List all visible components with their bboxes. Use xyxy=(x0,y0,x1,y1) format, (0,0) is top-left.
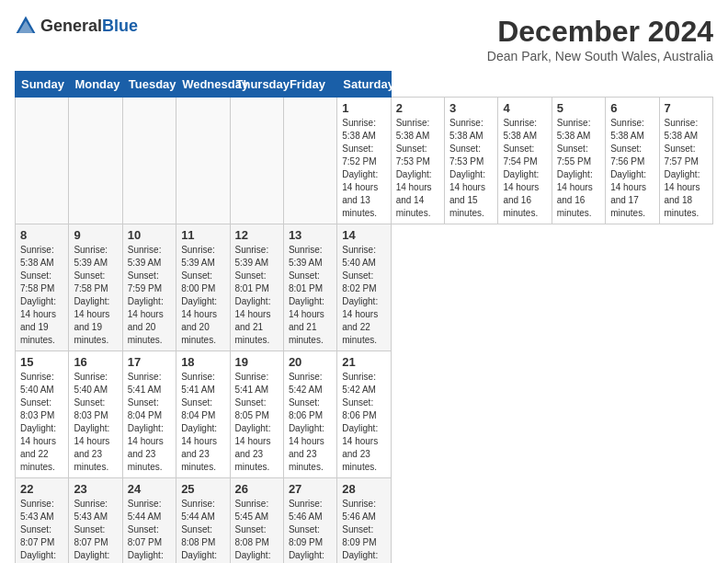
day-number: 24 xyxy=(128,482,171,496)
day-info: Sunrise: 5:44 AMSunset: 8:07 PMDaylight:… xyxy=(128,498,171,563)
table-row: 26Sunrise: 5:45 AMSunset: 8:08 PMDayligh… xyxy=(230,478,283,564)
table-row: 10Sunrise: 5:39 AMSunset: 7:59 PMDayligh… xyxy=(122,224,176,351)
day-number: 28 xyxy=(342,482,385,496)
table-row: 24Sunrise: 5:44 AMSunset: 8:07 PMDayligh… xyxy=(122,478,176,564)
day-info: Sunrise: 5:39 AMSunset: 7:58 PMDaylight:… xyxy=(74,244,117,347)
day-number: 8 xyxy=(20,228,63,242)
day-info: Sunrise: 5:40 AMSunset: 8:02 PMDaylight:… xyxy=(342,244,385,347)
day-info: Sunrise: 5:39 AMSunset: 8:01 PMDaylight:… xyxy=(289,244,332,347)
logo-icon xyxy=(15,15,37,37)
day-info: Sunrise: 5:46 AMSunset: 8:09 PMDaylight:… xyxy=(342,498,385,563)
month-title: December 2024 xyxy=(487,15,713,49)
table-row: 2Sunrise: 5:38 AMSunset: 7:53 PMDaylight… xyxy=(391,98,444,224)
day-number: 20 xyxy=(289,355,332,369)
table-row: 27Sunrise: 5:46 AMSunset: 8:09 PMDayligh… xyxy=(283,478,336,564)
day-number: 5 xyxy=(557,101,600,115)
table-row: 21Sunrise: 5:42 AMSunset: 8:06 PMDayligh… xyxy=(337,351,391,478)
table-row: 12Sunrise: 5:39 AMSunset: 8:01 PMDayligh… xyxy=(230,224,283,351)
day-info: Sunrise: 5:38 AMSunset: 7:57 PMDaylight:… xyxy=(665,117,709,220)
day-info: Sunrise: 5:46 AMSunset: 8:09 PMDaylight:… xyxy=(289,498,332,563)
day-number: 17 xyxy=(128,355,171,369)
day-info: Sunrise: 5:41 AMSunset: 8:05 PMDaylight:… xyxy=(235,371,279,474)
day-info: Sunrise: 5:40 AMSunset: 8:03 PMDaylight:… xyxy=(20,371,63,474)
day-number: 19 xyxy=(235,355,279,369)
day-info: Sunrise: 5:43 AMSunset: 8:07 PMDaylight:… xyxy=(74,498,117,563)
day-info: Sunrise: 5:45 AMSunset: 8:08 PMDaylight:… xyxy=(235,498,279,563)
table-row: 16Sunrise: 5:40 AMSunset: 8:03 PMDayligh… xyxy=(69,351,122,478)
day-number: 27 xyxy=(289,482,332,496)
col-friday: Friday xyxy=(283,72,336,98)
table-row xyxy=(122,98,176,224)
day-number: 4 xyxy=(503,101,546,115)
day-number: 1 xyxy=(342,101,385,115)
day-number: 15 xyxy=(20,355,63,369)
day-number: 23 xyxy=(74,482,117,496)
table-row: 15Sunrise: 5:40 AMSunset: 8:03 PMDayligh… xyxy=(16,351,69,478)
day-info: Sunrise: 5:43 AMSunset: 8:07 PMDaylight:… xyxy=(20,498,63,563)
col-sunday: Sunday xyxy=(16,72,69,98)
calendar-row: 22Sunrise: 5:43 AMSunset: 8:07 PMDayligh… xyxy=(16,478,713,564)
col-wednesday: Wednesday xyxy=(176,72,230,98)
day-number: 14 xyxy=(342,228,385,242)
col-saturday: Saturday xyxy=(337,72,391,98)
table-row: 11Sunrise: 5:39 AMSunset: 8:00 PMDayligh… xyxy=(176,224,230,351)
table-row: 13Sunrise: 5:39 AMSunset: 8:01 PMDayligh… xyxy=(283,224,336,351)
calendar-table: Sunday Monday Tuesday Wednesday Thursday… xyxy=(15,71,713,563)
table-row: 25Sunrise: 5:44 AMSunset: 8:08 PMDayligh… xyxy=(176,478,230,564)
day-number: 10 xyxy=(128,228,171,242)
table-row: 19Sunrise: 5:41 AMSunset: 8:05 PMDayligh… xyxy=(230,351,283,478)
table-row xyxy=(176,98,230,224)
table-row: 23Sunrise: 5:43 AMSunset: 8:07 PMDayligh… xyxy=(69,478,122,564)
table-row: 18Sunrise: 5:41 AMSunset: 8:04 PMDayligh… xyxy=(176,351,230,478)
table-row: 17Sunrise: 5:41 AMSunset: 8:04 PMDayligh… xyxy=(122,351,176,478)
table-row: 20Sunrise: 5:42 AMSunset: 8:06 PMDayligh… xyxy=(283,351,336,478)
day-number: 25 xyxy=(181,482,224,496)
day-info: Sunrise: 5:41 AMSunset: 8:04 PMDaylight:… xyxy=(181,371,224,474)
day-info: Sunrise: 5:39 AMSunset: 7:59 PMDaylight:… xyxy=(128,244,171,347)
day-number: 16 xyxy=(74,355,117,369)
col-thursday: Thursday xyxy=(230,72,283,98)
col-monday: Monday xyxy=(69,72,122,98)
table-row: 14Sunrise: 5:40 AMSunset: 8:02 PMDayligh… xyxy=(337,224,391,351)
title-area: December 2024 Dean Park, New South Wales… xyxy=(487,15,713,63)
day-number: 9 xyxy=(74,228,117,242)
table-row: 6Sunrise: 5:38 AMSunset: 7:56 PMDaylight… xyxy=(606,98,659,224)
table-row: 1Sunrise: 5:38 AMSunset: 7:52 PMDaylight… xyxy=(337,98,391,224)
day-number: 2 xyxy=(396,101,439,115)
table-row xyxy=(230,98,283,224)
table-row: 7Sunrise: 5:38 AMSunset: 7:57 PMDaylight… xyxy=(659,98,713,224)
page-header: GeneralBlue December 2024 Dean Park, New… xyxy=(15,15,713,63)
day-info: Sunrise: 5:38 AMSunset: 7:53 PMDaylight:… xyxy=(396,117,439,220)
table-row: 8Sunrise: 5:38 AMSunset: 7:58 PMDaylight… xyxy=(16,224,69,351)
day-number: 22 xyxy=(20,482,63,496)
day-number: 6 xyxy=(610,101,654,115)
day-number: 3 xyxy=(449,101,493,115)
day-number: 12 xyxy=(235,228,279,242)
table-row: 22Sunrise: 5:43 AMSunset: 8:07 PMDayligh… xyxy=(16,478,69,564)
calendar-row: 15Sunrise: 5:40 AMSunset: 8:03 PMDayligh… xyxy=(16,351,713,478)
calendar-row: 1Sunrise: 5:38 AMSunset: 7:52 PMDaylight… xyxy=(16,98,713,224)
day-info: Sunrise: 5:38 AMSunset: 7:54 PMDaylight:… xyxy=(503,117,546,220)
logo: GeneralBlue xyxy=(15,15,138,37)
day-info: Sunrise: 5:38 AMSunset: 7:56 PMDaylight:… xyxy=(610,117,654,220)
location-title: Dean Park, New South Wales, Australia xyxy=(487,49,713,63)
calendar-row: 8Sunrise: 5:38 AMSunset: 7:58 PMDaylight… xyxy=(16,224,713,351)
table-row: 28Sunrise: 5:46 AMSunset: 8:09 PMDayligh… xyxy=(337,478,391,564)
day-number: 18 xyxy=(181,355,224,369)
table-row: 9Sunrise: 5:39 AMSunset: 7:58 PMDaylight… xyxy=(69,224,122,351)
day-info: Sunrise: 5:42 AMSunset: 8:06 PMDaylight:… xyxy=(342,371,385,474)
day-info: Sunrise: 5:38 AMSunset: 7:55 PMDaylight:… xyxy=(557,117,600,220)
day-number: 21 xyxy=(342,355,385,369)
day-number: 11 xyxy=(181,228,224,242)
day-info: Sunrise: 5:40 AMSunset: 8:03 PMDaylight:… xyxy=(74,371,117,474)
day-info: Sunrise: 5:39 AMSunset: 8:00 PMDaylight:… xyxy=(181,244,224,347)
col-tuesday: Tuesday xyxy=(122,72,176,98)
day-number: 13 xyxy=(289,228,332,242)
day-info: Sunrise: 5:38 AMSunset: 7:52 PMDaylight:… xyxy=(342,117,385,220)
logo-text: GeneralBlue xyxy=(40,17,138,36)
day-info: Sunrise: 5:38 AMSunset: 7:58 PMDaylight:… xyxy=(20,244,63,347)
table-row: 4Sunrise: 5:38 AMSunset: 7:54 PMDaylight… xyxy=(498,98,552,224)
day-info: Sunrise: 5:39 AMSunset: 8:01 PMDaylight:… xyxy=(235,244,279,347)
day-info: Sunrise: 5:41 AMSunset: 8:04 PMDaylight:… xyxy=(128,371,171,474)
table-row xyxy=(69,98,122,224)
